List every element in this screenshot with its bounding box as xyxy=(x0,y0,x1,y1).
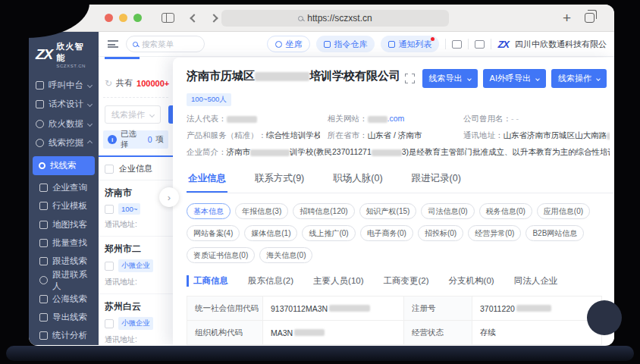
pill-website-filing[interactable]: 网站备案(4) xyxy=(187,225,240,241)
sidebar-group-call-center[interactable]: 呼叫中台 xyxy=(29,76,99,95)
sidebar-item-follow-contacts[interactable]: 跟进联系人 xyxy=(29,271,99,290)
logo-subtitle: SCZXST.CN xyxy=(56,64,93,68)
logo-mark: ZX xyxy=(36,46,52,63)
lead-export-button[interactable]: 线索导出 xyxy=(422,69,478,88)
seat-button[interactable]: 坐席 xyxy=(267,36,310,52)
capture-icon[interactable] xyxy=(475,40,485,49)
pill-business-abnormal[interactable]: 经营异常(0) xyxy=(468,225,521,241)
forward-icon[interactable] xyxy=(211,15,217,21)
select-all-checkbox[interactable] xyxy=(105,165,114,174)
company-title: 济南市历城区培训学校有限公司 xyxy=(187,69,400,83)
tenant-company-name[interactable]: 四川中欣数通科技有限公 xyxy=(515,39,607,50)
sidebar-item-follow-leads[interactable]: 跟进线索 xyxy=(29,253,99,271)
pill-judicial[interactable]: 司法信息(0) xyxy=(421,203,474,219)
command-store-button[interactable]: 指令仓库 xyxy=(316,36,375,52)
collapse-panel-button[interactable]: › xyxy=(159,187,179,207)
browser-window: https://sczxst.cn + ZX 欣火智能 SCZXST.CN 呼叫… xyxy=(29,5,614,346)
redacted-text xyxy=(372,149,402,156)
sectab-same-legal-entities[interactable]: 同法人企业 xyxy=(514,275,558,287)
list-item[interactable]: 苏州白云 小微企业 通讯地址: xyxy=(99,294,173,345)
address-bar[interactable]: https://sczxst.cn xyxy=(221,10,449,27)
screen-icon[interactable] xyxy=(452,40,462,49)
info-category-pills: 基本信息 年报信息(3) 招聘信息(120) 知识产权(15) 司法信息(0) … xyxy=(187,203,614,263)
sectab-shareholders[interactable]: 股东信息(2) xyxy=(248,275,293,287)
pill-online-promotion[interactable]: 线上推广(0) xyxy=(302,225,355,241)
sidebar-group-lead-mining[interactable]: 线索挖掘 xyxy=(29,133,99,152)
sidebar-item-find-leads[interactable]: 找线索 xyxy=(33,156,95,175)
active-tab-indicator xyxy=(105,57,140,59)
chevron-down-icon xyxy=(535,77,540,81)
tab-contact-info[interactable]: 联系方式(9) xyxy=(253,167,306,193)
list-item[interactable]: 郑州市二 小微企业 通讯地址: xyxy=(99,237,173,294)
pill-basic-info[interactable]: 基本信息 xyxy=(187,203,231,219)
back-icon[interactable] xyxy=(191,15,197,21)
sidebar-toggle-icon[interactable] xyxy=(162,13,174,23)
sidebar-item-company-search[interactable]: 企业查询 xyxy=(29,178,99,196)
pill-recruitment[interactable]: 招聘信息(120) xyxy=(293,203,354,219)
notification-list-button[interactable]: 通知列表 xyxy=(381,36,439,52)
minimize-window-button[interactable] xyxy=(119,14,127,22)
dot-icon xyxy=(39,162,45,169)
sectab-branches[interactable]: 分支机构(0) xyxy=(449,275,494,287)
zoom-window-button[interactable] xyxy=(133,14,142,22)
pill-customs[interactable]: 海关信息(0) xyxy=(259,247,312,263)
sidebar-item-map-search[interactable]: 地图找客 xyxy=(29,215,99,234)
tab-company-info[interactable]: 企业信息 xyxy=(187,167,227,193)
sidebar-group-script-design[interactable]: 话术设计 xyxy=(29,95,99,114)
sectab-key-persons[interactable]: 主要人员(10) xyxy=(313,275,363,287)
search-input[interactable] xyxy=(142,39,190,49)
floating-assistant-button[interactable] xyxy=(587,300,622,335)
row-checkbox[interactable] xyxy=(105,262,114,271)
redacted-text xyxy=(516,305,551,312)
pill-tax[interactable]: 税务信息(0) xyxy=(479,203,532,219)
target-icon xyxy=(36,139,44,147)
pill-qualification-cert[interactable]: 资质证书信息(0) xyxy=(187,247,255,263)
pill-annual-report[interactable]: 年报信息(3) xyxy=(235,203,288,219)
row-checkbox[interactable] xyxy=(105,205,114,214)
tab-workplace-network[interactable]: 职场人脉(0) xyxy=(331,167,384,193)
fullscreen-icon[interactable] xyxy=(405,74,415,83)
search-icon xyxy=(133,42,138,47)
tab-overview-icon[interactable] xyxy=(585,13,595,23)
divider xyxy=(491,39,491,49)
magnifier-icon xyxy=(36,120,44,128)
lead-operate-button[interactable]: 线索操作 xyxy=(551,69,607,88)
sectab-business-info[interactable]: 工商信息 xyxy=(187,275,228,287)
table-row: 组织机构代码 MA3N 经营状态 存续 xyxy=(187,321,601,345)
pill-application[interactable]: 应用信息(0) xyxy=(537,203,590,219)
pill-media[interactable]: 媒体信息(1) xyxy=(244,225,297,241)
sectab-business-changes[interactable]: 工商变更(2) xyxy=(384,275,429,287)
sidebar-item-batch-search[interactable]: 批量查找 xyxy=(29,234,99,252)
pill-intellectual-property[interactable]: 知识产权(15) xyxy=(359,203,417,219)
menu-search[interactable] xyxy=(126,36,205,52)
lead-operate-dropdown[interactable]: 线索操作 xyxy=(105,105,161,124)
redacted-text xyxy=(368,116,387,123)
list-item[interactable]: 济南市 100~ 通讯地址: xyxy=(99,180,173,237)
refresh-icon[interactable]: ↻ xyxy=(105,78,112,89)
headset-icon xyxy=(275,41,282,48)
sidebar-group-xinhuo-data[interactable]: 欣火数据 xyxy=(29,115,99,133)
sidebar-item-export-leads[interactable]: 导出线索 xyxy=(29,308,99,326)
ai-call-export-button[interactable]: AI外呼导出 xyxy=(483,69,546,88)
sidebar-item-statistics[interactable]: 统计分析 xyxy=(29,327,99,345)
pill-bidding[interactable]: 招投标(0) xyxy=(418,225,463,241)
divider xyxy=(468,39,469,49)
redacted-text xyxy=(329,305,370,312)
close-window-button[interactable] xyxy=(105,14,113,22)
detail-tabs: 企业信息 联系方式(9) 职场人脉(0) 跟进记录(0) xyxy=(187,167,614,193)
collapse-menu-icon[interactable] xyxy=(108,40,118,48)
monitor-icon xyxy=(36,81,44,89)
pill-ecommerce[interactable]: 电子商务(0) xyxy=(360,225,413,241)
pill-b2b-website[interactable]: B2B网站信息 xyxy=(525,225,584,241)
url-text: https://sczxst.cn xyxy=(307,13,372,24)
notification-badge xyxy=(431,37,435,41)
sidebar-item-industry-template[interactable]: 行业模板 xyxy=(29,197,99,215)
divider xyxy=(445,39,446,49)
tab-follow-records[interactable]: 跟进记录(0) xyxy=(410,167,463,193)
new-tab-button[interactable]: + xyxy=(563,11,571,25)
search-icon xyxy=(298,16,303,21)
tag-icon xyxy=(324,41,331,48)
sidebar-item-public-leads[interactable]: 公海线索 xyxy=(29,290,99,308)
website-link[interactable]: .com xyxy=(387,114,405,123)
row-checkbox[interactable] xyxy=(105,319,114,328)
